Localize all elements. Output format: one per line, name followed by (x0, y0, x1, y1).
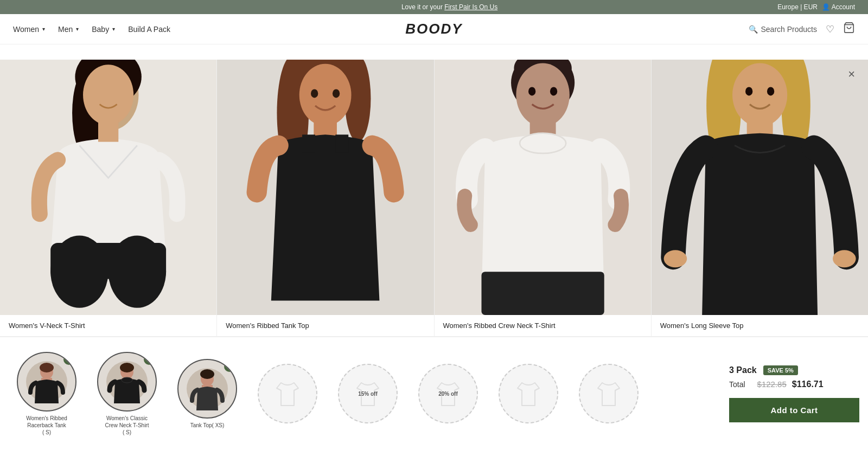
svg-point-25 (520, 133, 566, 153)
svg-point-33 (732, 63, 787, 127)
product-name-vneck: Women's V-Neck T-Shirt (0, 315, 216, 336)
svg-rect-6 (98, 120, 118, 142)
product-name-longsleeve: Women's Long Sleeve Top (652, 315, 868, 336)
pack-slot-3[interactable]: × Tank Top( XS) (169, 350, 245, 437)
search-icon: 🔍 (749, 25, 758, 34)
pack-slot-6-img: 20% off (418, 364, 478, 423)
pack-slot-6[interactable]: 20% off (410, 350, 486, 437)
product-picker-modal: × (0, 60, 868, 450)
pack-slot-4[interactable] (250, 350, 326, 437)
region-label: Europe | EUR (777, 3, 818, 11)
svg-point-28 (550, 87, 557, 95)
pack-slot-1[interactable]: × Women's Ribbed Racerback Tank ( S) (9, 350, 85, 437)
pack-summary: 3 Pack SAVE 5% Total $122.85 $116.71 Add… (716, 365, 859, 422)
nav-item-build-pack[interactable]: Build A Pack (128, 25, 170, 34)
pack-slot-2-label: Women's Classic Crew Neck T-Shirt ( S) (105, 415, 149, 436)
pack-slot-8[interactable] (571, 350, 647, 437)
save-badge: SAVE 5% (763, 365, 798, 375)
pack-builder: × Women's Ribbed Racerback Tank ( S) × (0, 336, 868, 450)
announcement-center: Love it or your First Pair Is On Us (122, 3, 777, 11)
svg-point-19 (333, 89, 340, 98)
pack-slot-7-img (499, 364, 558, 423)
svg-point-38 (767, 87, 774, 95)
modal-close-button[interactable]: × (848, 68, 855, 80)
product-name-crew: Women's Ribbed Crew Neck T-Shirt (435, 315, 651, 336)
pack-slot-4-img (258, 364, 317, 423)
account-link[interactable]: 👤 Account (822, 3, 855, 11)
nav-item-men[interactable]: Men (58, 25, 79, 34)
pack-total: Total $122.85 $116.71 (729, 380, 824, 389)
svg-point-45 (120, 363, 134, 372)
svg-point-41 (40, 363, 54, 372)
pack-summary-header: 3 Pack SAVE 5% (729, 365, 798, 375)
pack-slot-8-img (579, 364, 639, 423)
price-sale: $116.71 (792, 380, 824, 389)
pack-slot-5-img: 15% off (338, 364, 398, 423)
nav-item-baby[interactable]: Baby (92, 25, 115, 34)
svg-rect-17 (336, 134, 349, 152)
product-image-longsleeve (652, 60, 868, 315)
product-card-longsleeve[interactable]: Women's Long Sleeve Top (652, 60, 868, 336)
announcement-link[interactable]: First Pair Is On Us (444, 3, 497, 11)
pack-slot-2-img: × (97, 352, 157, 412)
product-image-vneck (0, 60, 216, 315)
pack-slot-3-remove[interactable]: × (224, 361, 235, 372)
nav-item-women[interactable]: Women (13, 25, 45, 34)
pack-slot-1-label: Women's Ribbed Racerback Tank ( S) (26, 415, 67, 436)
svg-point-23 (516, 63, 569, 127)
product-card-tank[interactable]: Women's Ribbed Tank Top (217, 60, 434, 336)
products-row: Women's V-Neck T-Shirt (0, 60, 868, 336)
svg-point-35 (663, 250, 687, 267)
pack-slot-5[interactable]: 15% off (330, 350, 406, 437)
add-to-cart-button[interactable]: Add to Cart (729, 398, 859, 422)
cart-icon[interactable] (843, 22, 855, 36)
site-logo[interactable]: BOODY (405, 21, 462, 37)
product-image-crew (435, 60, 651, 315)
pack-label: 3 Pack (729, 365, 757, 375)
svg-point-18 (311, 89, 318, 98)
svg-point-47 (122, 377, 132, 383)
pack-slot-7[interactable] (490, 350, 566, 437)
nav-left: Women Men Baby Build A Pack (13, 25, 170, 34)
svg-point-5 (83, 65, 133, 125)
product-card-crew[interactable]: Women's Ribbed Crew Neck T-Shirt (435, 60, 652, 336)
main-nav: Women Men Baby Build A Pack BOODY 🔍 Sear… (0, 14, 868, 44)
svg-rect-9 (50, 243, 166, 279)
pack-slot-1-remove[interactable]: × (63, 354, 74, 365)
product-name-tank: Women's Ribbed Tank Top (217, 315, 433, 336)
announcement-right: Europe | EUR 👤 Account (777, 3, 855, 11)
svg-point-50 (200, 369, 214, 379)
product-card-vneck[interactable]: Women's V-Neck T-Shirt (0, 60, 217, 336)
pack-slot-3-img: × (177, 359, 237, 419)
nav-right: 🔍 Search Products ♡ (749, 22, 856, 36)
svg-point-14 (299, 64, 352, 126)
svg-point-37 (745, 87, 752, 95)
svg-rect-16 (302, 134, 315, 152)
search-bar[interactable]: 🔍 Search Products (749, 25, 818, 34)
pack-slot-1-img: × (17, 352, 76, 412)
pack-slot-3-label: Tank Top( XS) (190, 422, 225, 429)
svg-rect-26 (481, 272, 604, 315)
announcement-bar: Love it or your First Pair Is On Us Euro… (0, 0, 868, 14)
pack-slot-2[interactable]: × Women's Classic Crew Neck T-Shirt ( S) (89, 350, 165, 437)
total-label: Total (729, 380, 745, 389)
price-original: $122.85 (757, 380, 787, 389)
wishlist-icon[interactable]: ♡ (826, 23, 834, 35)
product-image-tank (217, 60, 433, 315)
pack-slot-2-remove[interactable]: × (144, 354, 155, 365)
svg-point-27 (528, 87, 535, 95)
svg-point-36 (833, 250, 856, 267)
